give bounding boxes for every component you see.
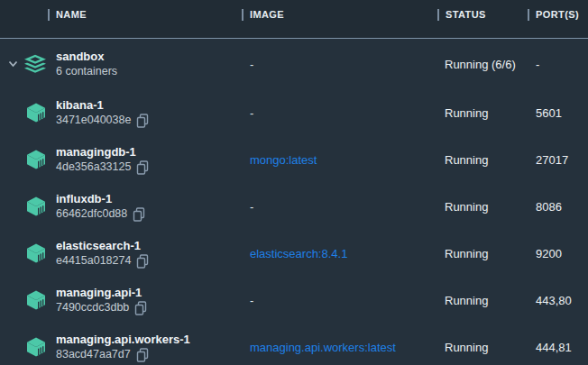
containers-table: NAME IMAGE STATUS PORT(S) sandbox 6 cont… (0, 0, 588, 365)
image-link[interactable]: managing.api.workers:latest (250, 341, 396, 354)
container-id: 7490ccdc3dbb (56, 300, 129, 315)
container-cube-icon (25, 289, 47, 311)
column-separator (437, 9, 439, 21)
ports-text: 8086 (536, 200, 588, 214)
status-text: Running (445, 200, 536, 214)
status-text: Running (445, 106, 536, 120)
container-row[interactable]: kibana-1 3471e040038e - Running 5601 (0, 89, 588, 136)
status-text: Running (445, 341, 536, 354)
column-label: NAME (56, 9, 87, 20)
column-label: STATUS (446, 9, 486, 20)
column-header-name[interactable]: NAME (48, 0, 242, 29)
container-id: e4415a018274 (56, 253, 131, 269)
container-row[interactable]: influxdb-1 66462dfc0d88 - Running 8086 (0, 183, 588, 230)
column-label: PORT(S) (536, 9, 579, 20)
column-separator (242, 9, 243, 21)
stacked-layers-icon (23, 53, 48, 76)
container-name: managing.api-1 (56, 285, 250, 300)
compose-group-row[interactable]: sandbox 6 containers - Running (6/6) - (0, 39, 588, 89)
status-text: Running (445, 153, 536, 167)
group-name: sandbox (56, 49, 250, 64)
ports-text: - (536, 58, 588, 71)
header-gap (0, 29, 588, 38)
status-text: Running (445, 294, 536, 307)
container-cube-icon (25, 242, 47, 264)
container-cube-icon (25, 149, 47, 170)
image-value: - (250, 294, 253, 307)
copy-icon[interactable] (136, 348, 149, 362)
chevron-down-icon[interactable] (7, 59, 19, 70)
column-header-status[interactable]: STATUS (437, 0, 528, 29)
ports-text: 5601 (536, 106, 588, 120)
copy-icon[interactable] (136, 160, 149, 175)
container-id: 4de356a33125 (56, 160, 131, 175)
ports-text: 27017 (536, 153, 588, 167)
column-header-image[interactable]: IMAGE (242, 0, 437, 29)
column-separator (528, 9, 529, 21)
container-row[interactable]: managingdb-1 4de356a33125 mongo:latest R… (0, 136, 588, 183)
copy-icon[interactable] (136, 254, 149, 269)
container-name: managingdb-1 (56, 144, 250, 160)
column-header-ports[interactable]: PORT(S) (528, 0, 588, 29)
container-id: 83acd47aa7d7 (56, 347, 131, 362)
copy-icon[interactable] (136, 114, 149, 128)
ports-text: 444,81 (536, 341, 588, 354)
group-container-count: 6 containers (56, 64, 117, 79)
ports-text: 9200 (536, 247, 588, 260)
container-cube-icon (25, 102, 47, 123)
container-cube-icon (25, 196, 47, 217)
image-value: - (250, 200, 253, 214)
container-name: influxdb-1 (56, 191, 250, 206)
header-select-spacer (0, 0, 48, 29)
table-header: NAME IMAGE STATUS PORT(S) (0, 0, 588, 29)
ports-text: 443,80 (536, 294, 588, 307)
copy-icon[interactable] (134, 301, 147, 315)
container-id: 66462dfc0d88 (56, 206, 127, 222)
status-text: Running (6/6) (445, 58, 536, 71)
copy-icon[interactable] (133, 207, 145, 222)
container-row[interactable]: elasticsearch-1 e4415a018274 elasticsear… (0, 230, 588, 277)
image-link[interactable]: elasticsearch:8.4.1 (250, 247, 347, 260)
column-label: IMAGE (250, 9, 284, 20)
container-name: managing.api.workers-1 (56, 332, 250, 347)
image-link[interactable]: mongo:latest (250, 153, 317, 167)
container-name: kibana-1 (56, 97, 250, 113)
container-id: 3471e040038e (56, 113, 131, 128)
container-row[interactable]: managing.api-1 7490ccdc3dbb - Running 44… (0, 277, 588, 324)
container-cube-icon (25, 336, 47, 358)
image-value: - (250, 58, 253, 71)
status-text: Running (445, 247, 536, 260)
column-separator (48, 9, 50, 21)
container-row[interactable]: managing.api.workers-1 83acd47aa7d7 mana… (0, 324, 588, 365)
image-value: - (250, 106, 253, 120)
container-name: elasticsearch-1 (56, 238, 250, 253)
